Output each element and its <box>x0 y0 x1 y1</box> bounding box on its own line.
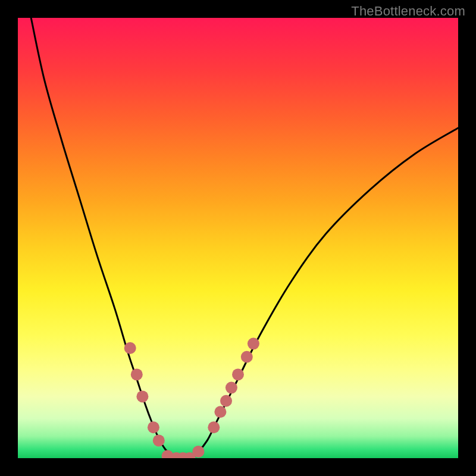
marker-dot <box>136 390 148 402</box>
marker-dot <box>241 351 253 363</box>
curve-right-curve <box>190 128 458 458</box>
marker-dot <box>153 434 165 446</box>
watermark-text: TheBottleneck.com <box>351 4 465 19</box>
chart-canvas <box>18 18 458 458</box>
marker-dot <box>131 368 143 380</box>
marker-dot <box>192 446 204 458</box>
chart-frame: TheBottleneck.com <box>0 0 476 476</box>
marker-dot <box>248 338 259 350</box>
marker-dot <box>226 382 237 394</box>
marker-dot <box>208 421 220 433</box>
marker-dot <box>232 368 244 380</box>
marker-dot <box>124 342 136 354</box>
marker-dot <box>214 406 226 418</box>
marker-dot <box>148 421 159 433</box>
plot-area <box>18 18 458 458</box>
marker-dot <box>220 395 232 407</box>
curve-left-curve <box>31 18 181 458</box>
